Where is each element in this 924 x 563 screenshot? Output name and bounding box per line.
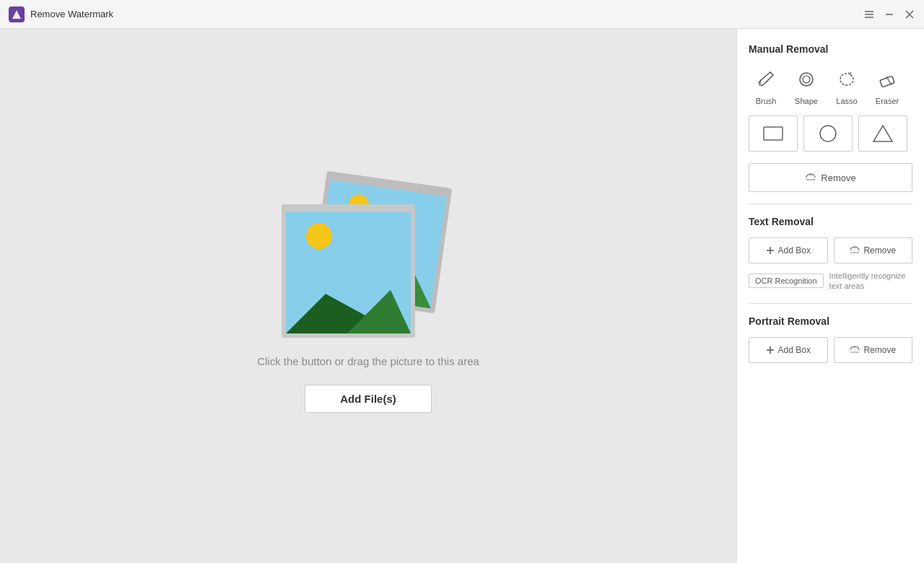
shape-icon <box>792 65 821 94</box>
manual-remove-button[interactable]: Remove <box>749 163 912 192</box>
text-removal-title: Text Removal <box>749 216 912 227</box>
main-layout: Click the button or drag the picture to … <box>0 29 924 563</box>
sun-icon-front <box>306 223 332 249</box>
ocr-recognition-button[interactable]: OCR Recognition <box>749 274 824 288</box>
placeholder-image-front <box>282 204 415 338</box>
svg-rect-17 <box>764 127 783 140</box>
tool-row: Brush Shape <box>749 65 912 105</box>
shape-row <box>749 115 912 152</box>
lasso-label: Lasso <box>836 97 857 105</box>
svg-line-16 <box>886 77 892 85</box>
text-add-box-button[interactable]: Add Box <box>749 237 828 263</box>
text-add-box-label: Add Box <box>778 245 811 256</box>
drop-zone: Click the button or drag the picture to … <box>257 179 479 413</box>
text-remove-label: Remove <box>863 245 896 256</box>
add-files-button[interactable]: Add File(s) <box>305 385 432 413</box>
divider-2 <box>749 303 912 304</box>
eraser-tool[interactable]: Eraser <box>870 65 905 105</box>
divider-1 <box>749 204 912 204</box>
app-icon <box>9 6 25 22</box>
svg-point-14 <box>803 76 810 83</box>
svg-point-13 <box>800 73 813 86</box>
triangle-shape-btn[interactable] <box>858 115 907 152</box>
rectangle-shape-btn[interactable] <box>749 115 798 152</box>
ocr-description: Intelligently recognize text areas <box>829 271 912 292</box>
portrait-add-box-label: Add Box <box>778 345 811 355</box>
manual-remove-label: Remove <box>821 173 855 183</box>
text-removal-buttons: Add Box Remove <box>749 237 912 263</box>
right-panel: Manual Removal Brush <box>736 29 924 563</box>
lasso-tool[interactable]: Lasso <box>829 65 864 105</box>
minimize-button[interactable] <box>884 9 895 20</box>
menu-button[interactable] <box>863 9 875 20</box>
window-controls <box>863 9 915 20</box>
eraser-icon <box>873 65 902 94</box>
brush-tool[interactable]: Brush <box>749 65 783 105</box>
placeholder-image-front-inner <box>286 211 411 333</box>
mountain-icon-front <box>286 287 411 333</box>
close-button[interactable] <box>904 9 915 20</box>
portrait-add-box-button[interactable]: Add Box <box>749 337 828 363</box>
ocr-row: OCR Recognition Intelligently recognize … <box>749 271 912 292</box>
placeholder-illustration <box>282 179 455 338</box>
circle-shape-btn[interactable] <box>803 115 853 152</box>
shape-tool[interactable]: Shape <box>789 65 824 105</box>
brush-icon <box>751 65 780 94</box>
brush-label: Brush <box>756 97 777 105</box>
portrait-remove-button[interactable]: Remove <box>834 337 913 363</box>
portrait-remove-label: Remove <box>863 345 896 355</box>
svg-point-12 <box>759 83 762 86</box>
text-remove-button[interactable]: Remove <box>834 237 913 263</box>
hint-text: Click the button or drag the picture to … <box>257 355 479 367</box>
shape-label: Shape <box>795 97 818 105</box>
manual-removal-title: Manual Removal <box>749 43 912 55</box>
titlebar: Remove Watermark <box>0 0 924 29</box>
lasso-icon <box>832 65 861 94</box>
svg-marker-19 <box>873 126 892 141</box>
drop-zone-area[interactable]: Click the button or drag the picture to … <box>0 29 736 563</box>
eraser-label: Eraser <box>876 97 899 105</box>
app-title: Remove Watermark <box>30 9 863 19</box>
svg-point-18 <box>820 126 836 141</box>
portrait-removal-buttons: Add Box Remove <box>749 337 912 363</box>
portrait-removal-title: Portrait Removal <box>749 315 912 327</box>
